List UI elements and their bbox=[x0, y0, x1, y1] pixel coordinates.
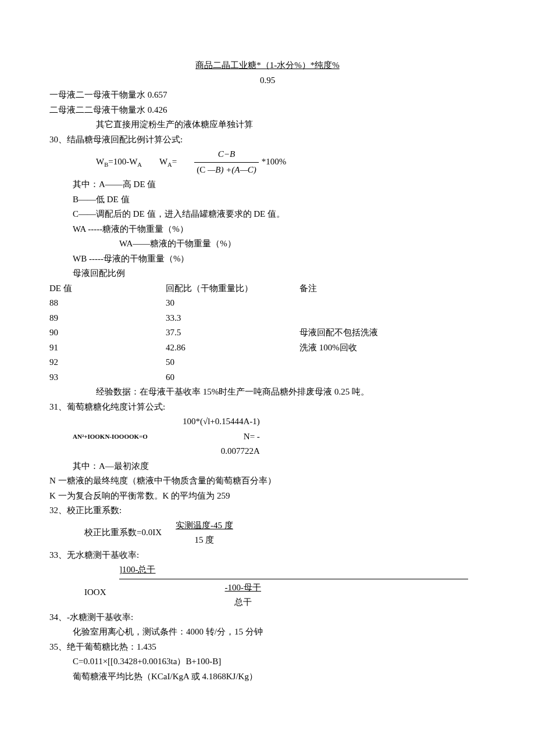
s31-where-k: K 一为复合反响的平衡常数。K 的平均值为 259 bbox=[49, 489, 486, 504]
where-b: B——低 DE 值 bbox=[73, 192, 486, 207]
section-30-formula: WB=100-WA WA= C−B (C —B) +(A—C) *100% bbox=[96, 147, 486, 177]
s33-bottom: IOOX -100-母干 总干 bbox=[84, 581, 486, 610]
table-exp: 经验数据：在母液干基收率 15%时生产一吨商品糖外排废母液 0.25 吨。 bbox=[96, 385, 486, 400]
table-row: 93 60 bbox=[49, 370, 486, 385]
section-31-formula: AN²+IOOKN-IOOOOK=O 100*(√l+0.15444A-1) N… bbox=[73, 414, 486, 459]
s35-line1: C=0.011×[[0.3428+0.00163ta）B+100-B] bbox=[73, 654, 486, 669]
wb-desc: WB -----母液的干物重量（%） bbox=[73, 252, 486, 267]
wb-eq: WB=100-WA bbox=[96, 155, 142, 170]
section-30-title: 30、结晶糖母液回配比例计算公式: bbox=[49, 132, 486, 148]
th-de: DE 值 bbox=[49, 281, 166, 296]
formula-suffix: *100% bbox=[262, 155, 287, 170]
th-note: 备注 bbox=[299, 281, 486, 296]
de-table: DE 值 回配比（干物重量比） 备注 88 30 89 33.3 90 37.5… bbox=[49, 281, 486, 385]
wa-desc: WA -----糖液的干物重量（%） bbox=[73, 222, 486, 237]
table-row: 90 37.5 母液回配不包括洗液 bbox=[49, 325, 486, 341]
muye-line1: 一母液二一母液干物量水 0.657 bbox=[49, 88, 486, 103]
formula-fraction: C−B (C —B) +(A—C) bbox=[194, 147, 259, 177]
s33-top: ]100-总干 bbox=[119, 562, 486, 578]
where-c: C——调配后的 DE 值，进入结晶罐糖液要求的 DE 值。 bbox=[73, 207, 486, 222]
table-row: 89 33.3 bbox=[49, 311, 486, 326]
table-row: 92 50 bbox=[49, 355, 486, 370]
s31-where-n: N 一糖液的最终纯度（糖液中干物质含量的葡萄糖百分率） bbox=[49, 474, 486, 489]
muye-line2: 二母液二二母液干物量水 0.426 bbox=[49, 103, 486, 118]
s31-where-a: 其中：A—最初浓度 bbox=[73, 459, 486, 474]
table-row: 88 30 bbox=[49, 296, 486, 311]
section-32-formula: 校正比重系数=0.0IX 实测温度-45 度 15 度 bbox=[84, 518, 486, 548]
th-ratio: 回配比（干物重量比） bbox=[166, 281, 299, 296]
table-header-row: DE 值 回配比（干物重量比） 备注 bbox=[49, 281, 486, 296]
s34-line: 化验室用离心机，测试条件：4000 转/分，15 分钟 bbox=[73, 625, 486, 640]
section-35-title: 35、绝干葡萄糖比热：1.435 bbox=[49, 640, 486, 655]
top-formula: 商品二晶工业糖*（1-水分%）*纯度% bbox=[195, 60, 340, 70]
top-formula-den: 0.95 bbox=[49, 73, 486, 88]
section-33-title: 33、无水糖测干基收率: bbox=[49, 548, 486, 563]
wa-eq: WA= bbox=[159, 155, 177, 170]
top-formula-line: 商品二晶工业糖*（1-水分%）*纯度% bbox=[49, 58, 486, 73]
section-31-title: 31、葡萄糖糖化纯度计算公式: bbox=[49, 400, 486, 415]
muye-note: 其它直接用淀粉生产的液体糖应单独计算 bbox=[96, 117, 486, 132]
section-32-title: 32、校正比重系数: bbox=[49, 503, 486, 518]
table-row: 91 42.86 洗液 100%回收 bbox=[49, 341, 486, 356]
s31-left-eq: AN²+IOOKN-IOOOOK=O bbox=[73, 431, 148, 442]
section-34-title: 34、-水糖测干基收率: bbox=[49, 610, 486, 625]
s35-line2: 葡萄糖液平均比热（KCaI/KgA 或 4.1868KJ/Kg） bbox=[73, 669, 486, 685]
where-a: 其中：A——高 DE 值 bbox=[73, 177, 486, 192]
divider-line bbox=[119, 579, 468, 579]
ratio-title: 母液回配比例 bbox=[73, 266, 486, 281]
wa-desc2: WA——糖液的干物重量（%） bbox=[119, 237, 486, 252]
